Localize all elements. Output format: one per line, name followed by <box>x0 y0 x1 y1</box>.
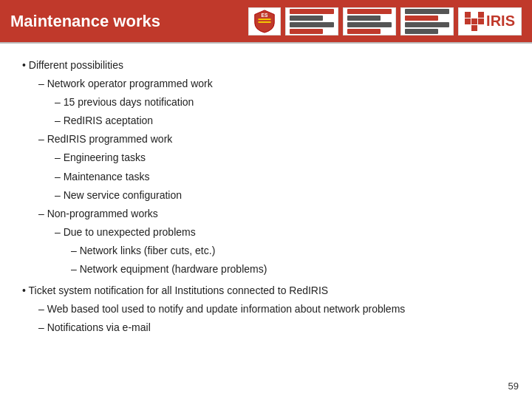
l1e-text: Notifications via e-mail <box>47 321 151 333</box>
l3a-text: Network links (fiber cuts, etc.) <box>80 245 216 256</box>
svg-rect-1 <box>259 21 271 23</box>
list-item: Non-programmed works <box>22 205 510 222</box>
logo-goberno: ES <box>248 7 281 35</box>
l2e-text: New service configuration <box>64 189 182 201</box>
l3b-text: Network equipment (hardware problems) <box>80 263 267 275</box>
list-item: Network operator programmed work <box>22 75 510 92</box>
l2c-text: Engineering tasks <box>64 151 146 163</box>
bullet1-text: Different possibilities <box>29 59 123 71</box>
list-item: Engineering tasks <box>22 149 510 166</box>
list-item: Due to unexpected problems <box>22 224 510 241</box>
l1d-text: Web based tool used to notify and update… <box>47 303 406 315</box>
svg-rect-0 <box>259 18 271 20</box>
svg-text:ES: ES <box>262 13 268 18</box>
logo-secretaria <box>400 7 454 35</box>
list-item: Network links (fiber cuts, etc.) <box>22 242 510 259</box>
list-item: • Different possibilities <box>22 57 510 74</box>
bullet-list: • Different possibilities Network operat… <box>22 57 510 336</box>
l2a-text: 15 previous days notification <box>64 96 194 108</box>
list-item: Network equipment (hardware problems) <box>22 261 510 278</box>
l1a-text: Network operator programmed work <box>47 78 213 89</box>
list-item: Notifications via e-mail <box>22 319 510 336</box>
list-item: Web based tool used to notify and update… <box>22 301 510 318</box>
header: Maintenance works ES <box>0 0 532 42</box>
logo-rediris: IRIS <box>458 7 522 35</box>
iris-label: IRIS <box>486 13 515 30</box>
bullet-dot: • <box>22 59 29 71</box>
l1c-text: Non-programmed works <box>47 208 158 219</box>
page-number: 59 <box>508 381 519 392</box>
iris-grid-icon <box>465 12 484 31</box>
logo-area: ES <box>248 7 522 35</box>
l2f-text: Due to unexpected problems <box>64 226 196 238</box>
shield-icon: ES <box>253 9 276 34</box>
list-item: • Ticket system notification for all Ins… <box>22 282 510 299</box>
list-item: RedIRIS programmed work <box>22 131 510 148</box>
page-title: Maintenance works <box>10 12 160 31</box>
logo-ministerio1 <box>285 7 338 35</box>
l1b-text: RedIRIS programmed work <box>47 133 173 145</box>
list-item: RedIRIS aceptation <box>22 112 510 129</box>
list-item: 15 previous days notification <box>22 94 510 111</box>
bullet-dot2: • <box>22 284 29 296</box>
logo-ministerio2 <box>343 7 396 35</box>
main-content: • Different possibilities Network operat… <box>0 44 532 345</box>
bullet2-text: Ticket system notification for all Insti… <box>29 284 329 296</box>
list-item: Maintenance tasks <box>22 168 510 185</box>
l2b-text: RedIRIS aceptation <box>64 115 153 126</box>
l2d-text: Maintenance tasks <box>64 171 150 183</box>
list-item: New service configuration <box>22 187 510 204</box>
